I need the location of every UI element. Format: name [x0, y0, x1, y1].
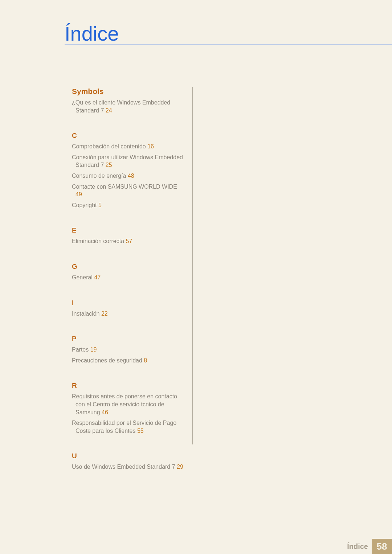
entry-text: Comprobación del contenido	[72, 143, 146, 149]
entry-text: Instalación	[72, 311, 100, 317]
index-section: CComprobación del contenido 16Conexión p…	[72, 132, 184, 209]
entry-page-ref[interactable]: 48	[128, 173, 134, 179]
index-entry[interactable]: Responsabilidad por el Servicio de Pago …	[72, 419, 184, 435]
index-entry[interactable]: Comprobación del contenido 16	[72, 143, 184, 151]
index-section: PPartes 19Precauciones de seguridad 8	[72, 335, 184, 364]
entry-text: General	[72, 274, 93, 280]
entry-text: Responsabilidad por el Servicio de Pago …	[72, 420, 176, 434]
section-heading: E	[72, 226, 184, 234]
entry-text: Requisitos antes de ponerse en contacto …	[72, 393, 177, 415]
entry-page-ref[interactable]: 57	[126, 238, 132, 244]
index-entry[interactable]: Eliminación correcta 57	[72, 237, 184, 245]
footer-page-number: 58	[377, 541, 387, 552]
entry-page-ref[interactable]: 55	[137, 428, 144, 434]
index-entry[interactable]: Copyright 5	[72, 201, 184, 209]
entry-page-ref[interactable]: 16	[147, 143, 154, 149]
entry-page-ref[interactable]: 19	[90, 346, 97, 353]
entry-text: Precauciones de seguridad	[72, 357, 142, 364]
footer-label: Índice	[347, 542, 368, 551]
page-footer: Índice 58	[0, 539, 392, 554]
entry-page-ref[interactable]: 47	[94, 274, 101, 280]
index-section: GGeneral 47	[72, 263, 184, 282]
index-entry[interactable]: Requisitos antes de ponerse en contacto …	[72, 393, 184, 416]
entry-text: Partes	[72, 346, 89, 353]
column-divider	[192, 87, 193, 444]
index-content: Symbols¿Qu es el cliente Windows Embedde…	[72, 87, 184, 488]
section-heading: I	[72, 299, 184, 307]
title-rule	[65, 44, 392, 45]
index-entry[interactable]: Consumo de energía 48	[72, 172, 184, 180]
entry-page-ref[interactable]: 29	[177, 464, 183, 470]
entry-page-ref[interactable]: 24	[106, 107, 112, 114]
index-section: RRequisitos antes de ponerse en contacto…	[72, 382, 184, 435]
entry-page-ref[interactable]: 46	[102, 409, 108, 415]
entry-page-ref[interactable]: 25	[106, 162, 112, 168]
index-entry[interactable]: Instalación 22	[72, 310, 184, 318]
entry-page-ref[interactable]: 22	[101, 311, 108, 317]
index-entry[interactable]: Contacte con SAMSUNG WORLD WIDE 49	[72, 183, 184, 198]
entry-text: Copyright	[72, 202, 97, 208]
entry-page-ref[interactable]: 49	[75, 191, 82, 197]
index-section: UUso de Windows Embedded Standard 7 29	[72, 452, 184, 471]
entry-page-ref[interactable]: 5	[98, 202, 102, 208]
section-heading: U	[72, 452, 184, 460]
entry-text: Conexión para utilizar Windows Embedded …	[72, 154, 183, 168]
index-entry[interactable]: ¿Qu es el cliente Windows Embedded Stand…	[72, 99, 184, 114]
entry-text: Contacte con SAMSUNG WORLD WIDE	[72, 184, 177, 190]
entry-text: Uso de Windows Embedded Standard 7	[72, 464, 175, 470]
index-entry[interactable]: Precauciones de seguridad 8	[72, 357, 184, 365]
index-entry[interactable]: Uso de Windows Embedded Standard 7 29	[72, 463, 184, 471]
entry-text: Eliminación correcta	[72, 238, 124, 244]
section-heading: G	[72, 263, 184, 271]
index-entry[interactable]: General 47	[72, 274, 184, 282]
index-section: Symbols¿Qu es el cliente Windows Embedde…	[72, 87, 184, 114]
footer-page-box: 58	[372, 539, 392, 554]
section-heading: R	[72, 382, 184, 390]
index-section: EEliminación correcta 57	[72, 226, 184, 245]
page-title: Índice	[65, 22, 119, 45]
index-section: IInstalación 22	[72, 299, 184, 318]
entry-text: ¿Qu es el cliente Windows Embedded Stand…	[72, 99, 170, 114]
index-entry[interactable]: Partes 19	[72, 346, 184, 354]
entry-text: Consumo de energía	[72, 173, 126, 179]
entry-page-ref[interactable]: 8	[144, 357, 147, 364]
section-heading: P	[72, 335, 184, 343]
section-heading: C	[72, 132, 184, 140]
index-entry[interactable]: Conexión para utilizar Windows Embedded …	[72, 153, 184, 169]
section-heading: Symbols	[72, 87, 184, 96]
